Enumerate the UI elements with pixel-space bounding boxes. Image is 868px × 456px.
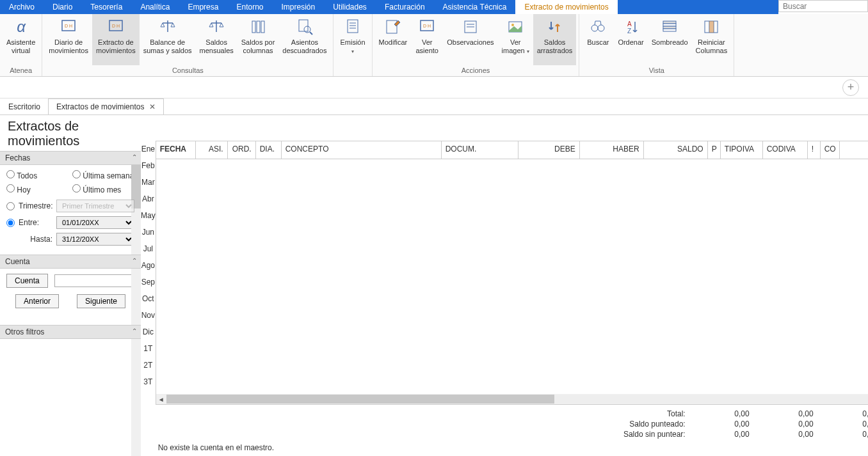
filter-header-fechas[interactable]: Fechas ⌃ [0, 151, 141, 165]
col-dia[interactable]: DIA. [256, 141, 282, 159]
menu-item-diario[interactable]: Diario [44, 0, 81, 14]
month-dic[interactable]: Dic [141, 324, 156, 340]
grid-header: FECHAASI.ORD.DIA.CONCEPTODOCUM.DEBEHABER… [156, 141, 868, 159]
month-3t[interactable]: 3T [141, 373, 156, 390]
radio-trimestre[interactable]: Trimestre: [6, 201, 52, 210]
menu-item-facturación[interactable]: Facturación [376, 0, 434, 14]
close-icon[interactable]: ✕ [149, 102, 156, 111]
ribbon-buscar-button[interactable]: Buscar [582, 14, 614, 65]
siguiente-button[interactable]: Siguiente [77, 294, 125, 308]
ribbon-diario-de-button[interactable]: D HDiario demovimientos [45, 14, 92, 65]
ribbon-balance-de-button[interactable]: Balance desumas y saldos [140, 14, 196, 65]
menu-item-utilidades[interactable]: Utilidades [324, 0, 376, 14]
col-co[interactable]: CO [821, 141, 840, 159]
col-fecha[interactable]: FECHA [156, 141, 196, 159]
col-asi[interactable]: ASI. [196, 141, 228, 159]
col-debe[interactable]: DEBE [518, 141, 580, 159]
cuenta-input[interactable] [54, 274, 141, 287]
search-doc-icon [294, 17, 315, 37]
ribbon-sombreado-button[interactable]: Sombreado [648, 14, 692, 65]
ribbon-observaciones-button[interactable]: Observaciones [443, 14, 497, 65]
col-codiva[interactable]: CODIVA [763, 141, 808, 159]
month-ago[interactable]: Ago [141, 257, 156, 274]
col-p[interactable]: P [708, 141, 721, 159]
ribbon-emisión-button[interactable]: Emisión▾ [336, 14, 369, 73]
col-[interactable]: ! [808, 141, 821, 159]
col-haber[interactable]: HABER [580, 141, 644, 159]
svg-text:Z: Z [627, 28, 631, 35]
radio-entre[interactable]: Entre: [6, 218, 52, 227]
col-docum[interactable]: DOCUM. [442, 141, 518, 159]
ribbon-button-label: Saldosmensuales [200, 38, 234, 55]
month-2t[interactable]: 2T [141, 357, 156, 373]
month-may[interactable]: May [141, 207, 156, 224]
ribbon: αAsistentevirtualAteneaD HDiario demovim… [0, 14, 868, 77]
totals-haber: 0,00 [755, 430, 819, 439]
month-abr[interactable]: Abr [141, 191, 156, 207]
scroll-left-icon[interactable]: ◄ [156, 396, 166, 403]
ribbon-ver-button[interactable]: D HVerasiento [411, 14, 443, 65]
month-feb[interactable]: Feb [141, 157, 156, 174]
radio-hoy[interactable]: Hoy [6, 184, 68, 194]
cuenta-button[interactable]: Cuenta [6, 274, 48, 288]
ribbon-asientos-button[interactable]: Asientosdescuadrados [278, 14, 330, 65]
menu-item-entorno[interactable]: Entorno [227, 0, 272, 14]
menu-item-empresa[interactable]: Empresa [179, 0, 227, 14]
menu-item-archivo[interactable]: Archivo [0, 0, 44, 14]
menu-item-tesorería[interactable]: Tesorería [81, 0, 131, 14]
ribbon-button-label: Diario demovimientos [49, 38, 88, 55]
col-saldo[interactable]: SALDO [644, 141, 708, 159]
hasta-label: Hasta: [6, 235, 52, 244]
add-button[interactable]: + [842, 79, 859, 96]
ribbon-group: ModificarD HVerasientoObservacionesVerim… [373, 14, 580, 76]
month-jun[interactable]: Jun [141, 224, 156, 240]
svg-rect-12 [299, 20, 308, 31]
ribbon-group: D HDiario demovimientosD HExtracto demov… [42, 14, 334, 76]
left-scrollbar[interactable] [131, 151, 141, 456]
col-concepto[interactable]: CONCEPTO [282, 141, 442, 159]
month-nov[interactable]: Nov [141, 307, 156, 324]
radio-todos[interactable]: Todos [6, 170, 68, 180]
filter-header-otros[interactable]: Otros filtros ⌃ [0, 325, 141, 339]
month-jul[interactable]: Jul [141, 240, 156, 257]
svg-text:D H: D H [112, 24, 120, 28]
svg-rect-15 [348, 20, 358, 33]
ribbon-asistente-button[interactable]: αAsistentevirtual [3, 14, 39, 65]
menu-item-asistencia-técnica[interactable]: Asistencia Técnica [434, 0, 516, 14]
ribbon-saldos-por-button[interactable]: Saldos porcolumnas [237, 14, 279, 65]
anterior-button[interactable]: Anterior [15, 294, 59, 308]
radio-ultimo-mes[interactable]: Último mes [72, 184, 134, 194]
tab-extractos-de-movimientos[interactable]: Extractos de movimientos✕ [48, 98, 164, 114]
totals-row: Saldo punteado:0,000,000,00 [156, 419, 868, 429]
filter-header-cuenta[interactable]: Cuenta ⌃ [0, 255, 141, 269]
ribbon-saldos-button[interactable]: Saldosarrastrados [533, 14, 577, 65]
ribbon-group: Emisión▾ [334, 14, 372, 76]
month-oct[interactable]: Oct [141, 290, 156, 307]
menu-item-impresión[interactable]: Impresión [272, 0, 324, 14]
totals-saldo: 0,00 [819, 409, 868, 418]
entre-date[interactable]: 01/01/20XX [56, 216, 134, 229]
ribbon-button-label: Saldos porcolumnas [241, 38, 275, 55]
col-ord[interactable]: ORD. [228, 141, 256, 159]
month-mar[interactable]: Mar [141, 174, 156, 191]
radio-ultima-semana[interactable]: Última semana [72, 170, 134, 180]
svg-rect-19 [387, 20, 397, 33]
ribbon-reiniciar-button[interactable]: ReiniciarColumnas [692, 14, 732, 65]
search-input[interactable] [778, 0, 868, 12]
month-ene[interactable]: Ene [141, 141, 156, 157]
svg-point-27 [591, 25, 598, 31]
tab-escritorio[interactable]: Escritorio [0, 98, 49, 114]
menu-item-extracto-de-movimientos[interactable]: Extracto de movimientos [515, 0, 617, 14]
month-sep[interactable]: Sep [141, 274, 156, 290]
ribbon-ordenar-button[interactable]: AZOrdenar [614, 14, 647, 65]
ribbon-modificar-button[interactable]: Modificar [375, 14, 412, 65]
ribbon-ver-button[interactable]: Verimagen ▾ [498, 14, 533, 65]
hasta-date[interactable]: 31/12/20XX [56, 233, 134, 246]
ribbon-extracto-de-button[interactable]: D HExtracto demovimientos [92, 14, 140, 65]
col-tipoiva[interactable]: TIPOIVA [721, 141, 763, 159]
scales-icon [206, 17, 227, 37]
grid-hscrollbar[interactable]: ◄ ► [156, 394, 868, 404]
menu-item-analítica[interactable]: Analítica [131, 0, 179, 14]
ribbon-saldos-button[interactable]: Saldosmensuales [196, 14, 237, 65]
month-1t[interactable]: 1T [141, 340, 156, 357]
